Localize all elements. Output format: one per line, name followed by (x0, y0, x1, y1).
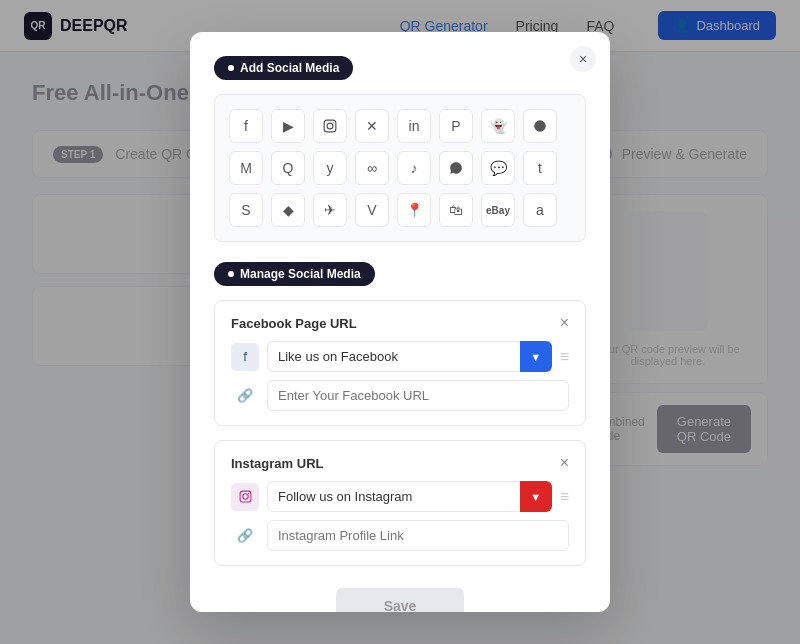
social-whatsapp-btn[interactable] (439, 151, 473, 185)
instagram-label-input[interactable] (267, 481, 552, 494)
manage-social-header: Manage Social Media (214, 262, 375, 286)
social-chat-btn[interactable]: 💬 (481, 151, 515, 185)
social-instagram-btn[interactable] (313, 109, 347, 143)
social-viber-btn[interactable]: V (355, 193, 389, 227)
facebook-dropdown-btn[interactable]: ▼ (520, 341, 552, 372)
social-youtube-btn[interactable]: ▶ (271, 109, 305, 143)
social-linkedin-btn[interactable]: in (397, 109, 431, 143)
social-twitch-btn[interactable]: ◆ (271, 193, 305, 227)
facebook-icon: f (231, 343, 259, 371)
svg-point-2 (333, 122, 334, 123)
instagram-icon (231, 483, 259, 494)
facebook-card: Facebook Page URL × f ▼ ≡ 🔗 (214, 300, 586, 426)
instagram-label-wrap: ▼ (267, 481, 552, 494)
add-social-header: Add Social Media (214, 56, 353, 80)
manage-header-dot (228, 271, 234, 277)
social-quora-btn[interactable]: Q (271, 151, 305, 185)
facebook-drag-handle[interactable]: ≡ (560, 348, 569, 366)
social-reddit-btn[interactable] (523, 109, 557, 143)
instagram-card-close[interactable]: × (560, 455, 569, 471)
svg-point-3 (534, 120, 546, 132)
social-facebook-btn[interactable]: f (229, 109, 263, 143)
instagram-card: Instagram URL × ▼ ≡ 🔗 (214, 440, 586, 494)
facebook-card-title: Facebook Page URL (231, 316, 357, 331)
social-more-btn[interactable]: ∞ (355, 151, 389, 185)
social-ebay-btn[interactable]: eBay (481, 193, 515, 227)
modal-close-button[interactable]: × (570, 46, 596, 72)
social-snapchat-btn[interactable]: 👻 (481, 109, 515, 143)
social-yelp-btn[interactable]: y (313, 151, 347, 185)
modal-overlay: × Add Social Media f ▶ ✕ in P 👻 M Q y ∞ (0, 0, 800, 494)
facebook-label-row: f ▼ ≡ (231, 341, 569, 372)
social-telegram-btn[interactable]: ✈ (313, 193, 347, 227)
social-music-btn[interactable]: ♪ (397, 151, 431, 185)
facebook-label-input[interactable] (267, 341, 552, 372)
social-skype-btn[interactable]: S (229, 193, 263, 227)
svg-point-1 (327, 123, 333, 129)
manage-social-label: Manage Social Media (240, 267, 361, 281)
facebook-url-icon: 🔗 (231, 382, 259, 410)
instagram-card-title: Instagram URL (231, 456, 323, 471)
header-dot (228, 65, 234, 71)
instagram-dropdown-btn[interactable]: ▼ (520, 481, 552, 494)
facebook-label-wrap: ▼ (267, 341, 552, 372)
instagram-drag-handle[interactable]: ≡ (560, 488, 569, 494)
facebook-card-close[interactable]: × (560, 315, 569, 331)
social-pinterest-btn[interactable]: P (439, 109, 473, 143)
social-twitter-btn[interactable]: ✕ (355, 109, 389, 143)
instagram-card-header: Instagram URL × (231, 455, 569, 471)
facebook-card-header: Facebook Page URL × (231, 315, 569, 331)
facebook-url-row: 🔗 (231, 380, 569, 411)
social-medium-btn[interactable]: M (229, 151, 263, 185)
social-media-modal: × Add Social Media f ▶ ✕ in P 👻 M Q y ∞ (190, 32, 610, 494)
social-location-btn[interactable]: 📍 (397, 193, 431, 227)
social-amazon-btn[interactable]: a (523, 193, 557, 227)
add-social-label: Add Social Media (240, 61, 339, 75)
svg-point-6 (247, 493, 248, 494)
facebook-url-input[interactable] (267, 380, 569, 411)
svg-rect-0 (324, 120, 336, 132)
social-shopify-btn[interactable]: 🛍 (439, 193, 473, 227)
social-icons-grid: f ▶ ✕ in P 👻 M Q y ∞ ♪ 💬 t S ◆ ✈ (214, 94, 586, 242)
instagram-label-row: ▼ ≡ (231, 481, 569, 494)
social-tumblr-btn[interactable]: t (523, 151, 557, 185)
